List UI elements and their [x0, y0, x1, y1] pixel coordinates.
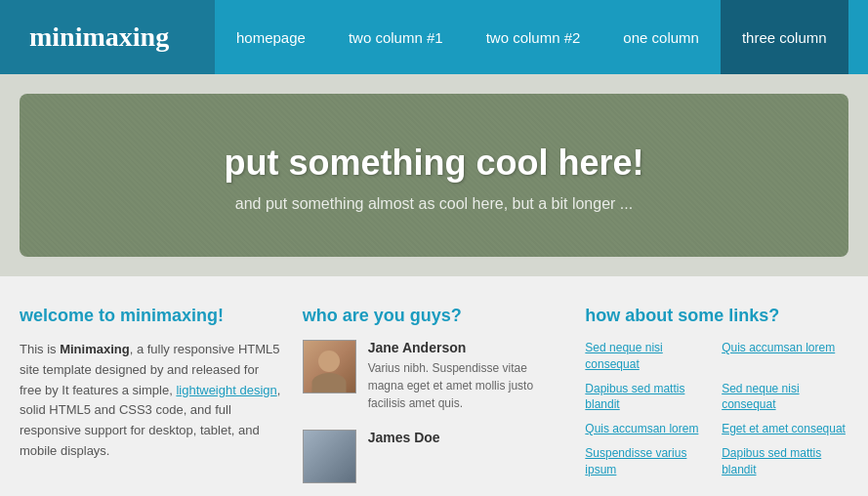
main-content: welcome to minimaxing! This is Minimaxin… [0, 276, 868, 496]
hero-title: put something cool here! [49, 143, 819, 184]
person-james-info: James Doe [368, 430, 440, 483]
hero-wrapper: put something cool here! and put somethi… [0, 74, 868, 276]
brand-name: Minimaxing [60, 342, 130, 356]
link-7[interactable]: Dapibus sed mattis blandit [722, 445, 848, 478]
link-6[interactable]: Suspendisse varius ipsum [585, 445, 712, 478]
link-3[interactable]: Sed neque nisi consequat [722, 381, 848, 414]
hero-banner: put something cool here! and put somethi… [20, 94, 848, 257]
links-title: how about some links? [585, 306, 848, 326]
nav-homepage[interactable]: homepage [215, 0, 327, 74]
avatar-james [303, 430, 356, 483]
links-grid: Sed neque nisi consequat Quis accumsan l… [585, 340, 848, 478]
links-column: how about some links? Sed neque nisi con… [585, 306, 848, 496]
welcome-intro: This is [20, 342, 60, 356]
person-james: James Doe [303, 430, 566, 483]
person-jane-desc: Varius nibh. Suspendisse vitae magna ege… [368, 359, 566, 412]
link-0[interactable]: Sed neque nisi consequat [585, 340, 712, 373]
nav-one-column[interactable]: one column [601, 0, 721, 74]
hero-subtitle: and put something almost as cool here, b… [49, 195, 819, 213]
link-5[interactable]: Eget et amet consequat [722, 421, 848, 437]
link-2[interactable]: Dapibus sed mattis blandit [585, 381, 712, 414]
link-1[interactable]: Quis accumsan lorem [722, 340, 848, 373]
welcome-title: welcome to minimaxing! [20, 306, 283, 326]
logo-area: minimaxing [0, 0, 215, 74]
avatar-jane [303, 340, 356, 393]
columns-container: welcome to minimaxing! This is Minimaxin… [20, 306, 848, 496]
lightweight-link[interactable]: lightweight design [176, 383, 276, 397]
person-jane-info: Jane Anderson Varius nibh. Suspendisse v… [368, 340, 566, 412]
main-nav: homepage two column #1 two column #2 one… [215, 0, 868, 74]
welcome-column: welcome to minimaxing! This is Minimaxin… [20, 306, 283, 496]
welcome-text: This is Minimaxing, a fully responsive H… [20, 340, 283, 462]
team-column: who are you guys? Jane Anderson Varius n… [303, 306, 566, 496]
person-james-name: James Doe [368, 430, 440, 445]
link-4[interactable]: Quis accumsan lorem [585, 421, 712, 437]
nav-two-column-1[interactable]: two column #1 [327, 0, 465, 74]
nav-two-column-2[interactable]: two column #2 [465, 0, 602, 74]
team-title: who are you guys? [303, 306, 566, 326]
person-jane-name: Jane Anderson [368, 340, 566, 355]
header: minimaxing homepage two column #1 two co… [0, 0, 868, 74]
logo[interactable]: minimaxing [29, 21, 169, 53]
nav-three-column[interactable]: three column [721, 0, 848, 74]
person-jane: Jane Anderson Varius nibh. Suspendisse v… [303, 340, 566, 412]
